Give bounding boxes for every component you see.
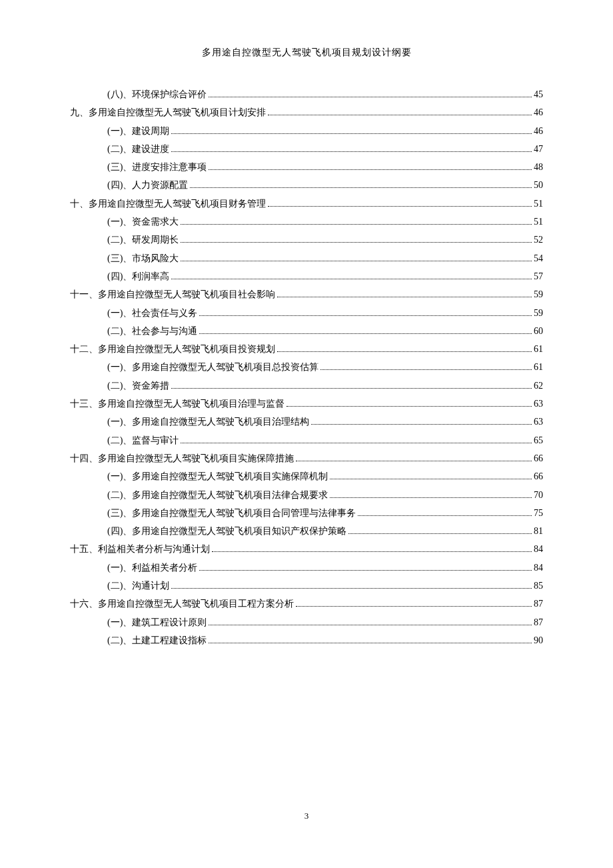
toc-leader-dots: [348, 533, 532, 534]
toc-entry-page: 87: [534, 613, 543, 631]
toc-entry[interactable]: (二)、土建工程建设指标90: [70, 631, 543, 649]
toc-entry-label: 十四、多用途自控微型无人驾驶飞机项目实施保障措施: [70, 449, 294, 467]
toc-entry-page: 52: [534, 231, 543, 249]
toc-entry[interactable]: (三)、市场风险大54: [70, 249, 543, 267]
toc-entry-label: (二)、监督与审计: [107, 431, 179, 449]
toc-entry[interactable]: (二)、社会参与与沟通60: [70, 322, 543, 340]
toc-entry-page: 81: [534, 522, 543, 540]
toc-entry[interactable]: 十四、多用途自控微型无人驾驶飞机项目实施保障措施66: [70, 449, 543, 467]
toc-entry-page: 48: [534, 158, 543, 176]
toc-entry-page: 45: [534, 85, 543, 103]
toc-entry[interactable]: (二)、资金筹措62: [70, 377, 543, 395]
toc-entry[interactable]: (四)、人力资源配置50: [70, 176, 543, 194]
toc-entry[interactable]: 十二、多用途自控微型无人驾驶飞机项目投资规划61: [70, 340, 543, 358]
toc-leader-dots: [171, 588, 532, 589]
toc-entry-page: 65: [534, 431, 543, 449]
toc-entry-page: 66: [534, 449, 543, 467]
toc-entry-page: 87: [534, 595, 543, 613]
toc-entry[interactable]: (八)、环境保护综合评价45: [70, 85, 543, 103]
toc-entry[interactable]: 十五、利益相关者分析与沟通计划84: [70, 540, 543, 558]
toc-entry-label: 十三、多用途自控微型无人驾驶飞机项目治理与监督: [70, 395, 285, 413]
toc-entry[interactable]: (一)、多用途自控微型无人驾驶飞机项目实施保障机制66: [70, 467, 543, 485]
toc-leader-dots: [212, 551, 532, 552]
toc-entry[interactable]: (一)、建筑工程设计原则87: [70, 613, 543, 631]
toc-entry-label: (二)、社会参与与沟通: [107, 322, 197, 340]
toc-leader-dots: [190, 187, 532, 188]
toc-leader-dots: [296, 461, 532, 461]
toc-entry-page: 46: [534, 103, 543, 121]
toc-entry[interactable]: 十一、多用途自控微型无人驾驶飞机项目社会影响59: [70, 285, 543, 303]
toc-leader-dots: [209, 643, 532, 643]
toc-entry-label: 十六、多用途自控微型无人驾驶飞机项目工程方案分析: [70, 595, 294, 613]
toc-entry[interactable]: (一)、社会责任与义务59: [70, 304, 543, 322]
toc-entry-label: (三)、进度安排注意事项: [107, 158, 207, 176]
toc-entry[interactable]: (四)、多用途自控微型无人驾驶飞机项目知识产权保护策略81: [70, 522, 543, 540]
toc-leader-dots: [199, 333, 532, 334]
toc-entry-label: (二)、土建工程建设指标: [107, 631, 207, 649]
toc-entry-page: 50: [534, 176, 543, 194]
toc-entry[interactable]: 十三、多用途自控微型无人驾驶飞机项目治理与监督63: [70, 395, 543, 413]
toc-entry-page: 62: [534, 377, 543, 395]
toc-entry[interactable]: (二)、多用途自控微型无人驾驶飞机项目法律合规要求70: [70, 486, 543, 504]
toc-entry-page: 51: [534, 195, 543, 213]
toc-entry-label: (二)、资金筹措: [107, 377, 169, 395]
toc-entry-page: 63: [534, 413, 543, 431]
toc-leader-dots: [330, 497, 532, 498]
toc-leader-dots: [171, 279, 532, 279]
toc-entry-page: 47: [534, 140, 543, 158]
toc-leader-dots: [199, 570, 532, 571]
toc-entry-label: (八)、环境保护综合评价: [107, 85, 207, 103]
toc-leader-dots: [209, 625, 532, 625]
toc-entry[interactable]: (一)、多用途自控微型无人驾驶飞机项目治理结构63: [70, 413, 543, 431]
toc-entry-page: 54: [534, 249, 543, 267]
toc-entry-label: (四)、利润率高: [107, 267, 169, 285]
toc-entry-label: (二)、沟通计划: [107, 577, 169, 595]
toc-leader-dots: [181, 242, 532, 243]
toc-entry[interactable]: (二)、沟通计划85: [70, 577, 543, 595]
toc-leader-dots: [268, 115, 532, 115]
toc-entry-page: 61: [534, 358, 543, 376]
toc-entry-label: 十一、多用途自控微型无人驾驶飞机项目社会影响: [70, 285, 275, 303]
toc-entry[interactable]: (一)、资金需求大51: [70, 213, 543, 231]
toc-leader-dots: [330, 479, 532, 479]
toc-entry[interactable]: (二)、研发周期长52: [70, 231, 543, 249]
toc-entry-page: 84: [534, 559, 543, 577]
toc-entry[interactable]: 十、多用途自控微型无人驾驶飞机项目财务管理51: [70, 195, 543, 213]
toc-entry[interactable]: 十六、多用途自控微型无人驾驶飞机项目工程方案分析87: [70, 595, 543, 613]
toc-leader-dots: [277, 297, 532, 297]
toc-entry-label: (三)、多用途自控微型无人驾驶飞机项目合同管理与法律事务: [107, 504, 356, 522]
toc-entry-page: 51: [534, 213, 543, 231]
toc-entry-label: (一)、多用途自控微型无人驾驶飞机项目治理结构: [107, 413, 309, 431]
toc-entry-label: (二)、多用途自控微型无人驾驶飞机项目法律合规要求: [107, 486, 328, 504]
toc-entry[interactable]: (一)、利益相关者分析84: [70, 559, 543, 577]
toc-leader-dots: [171, 133, 532, 134]
toc-entry-page: 59: [534, 285, 543, 303]
toc-leader-dots: [209, 97, 532, 97]
toc-entry-label: (三)、市场风险大: [107, 249, 179, 267]
toc-entry-page: 90: [534, 631, 543, 649]
toc-entry-page: 75: [534, 504, 543, 522]
toc-entry-page: 46: [534, 122, 543, 140]
toc-leader-dots: [296, 606, 532, 607]
toc-entry-label: 十、多用途自控微型无人驾驶飞机项目财务管理: [70, 195, 266, 213]
toc-entry[interactable]: (二)、建设进度47: [70, 140, 543, 158]
toc-leader-dots: [181, 443, 532, 443]
toc-entry[interactable]: (一)、建设周期46: [70, 122, 543, 140]
toc-entry-label: (二)、建设进度: [107, 140, 169, 158]
toc-entry-label: (一)、建筑工程设计原则: [107, 613, 207, 631]
toc-entry[interactable]: 九、多用途自控微型无人驾驶飞机项目计划安排46: [70, 103, 543, 121]
toc-leader-dots: [311, 424, 532, 425]
toc-entry[interactable]: (四)、利润率高57: [70, 267, 543, 285]
toc-entry-label: (二)、研发周期长: [107, 231, 179, 249]
toc-entry-page: 59: [534, 304, 543, 322]
toc-leader-dots: [181, 224, 532, 225]
toc-entry-page: 70: [534, 486, 543, 504]
toc-leader-dots: [358, 515, 532, 516]
toc-entry[interactable]: (一)、多用途自控微型无人驾驶飞机项目总投资估算61: [70, 358, 543, 376]
toc-entry-label: (一)、资金需求大: [107, 213, 179, 231]
toc-entry[interactable]: (三)、进度安排注意事项48: [70, 158, 543, 176]
toc-entry-page: 60: [534, 322, 543, 340]
toc-entry[interactable]: (二)、监督与审计65: [70, 431, 543, 449]
toc-entry[interactable]: (三)、多用途自控微型无人驾驶飞机项目合同管理与法律事务75: [70, 504, 543, 522]
toc-entry-label: (四)、多用途自控微型无人驾驶飞机项目知识产权保护策略: [107, 522, 346, 540]
